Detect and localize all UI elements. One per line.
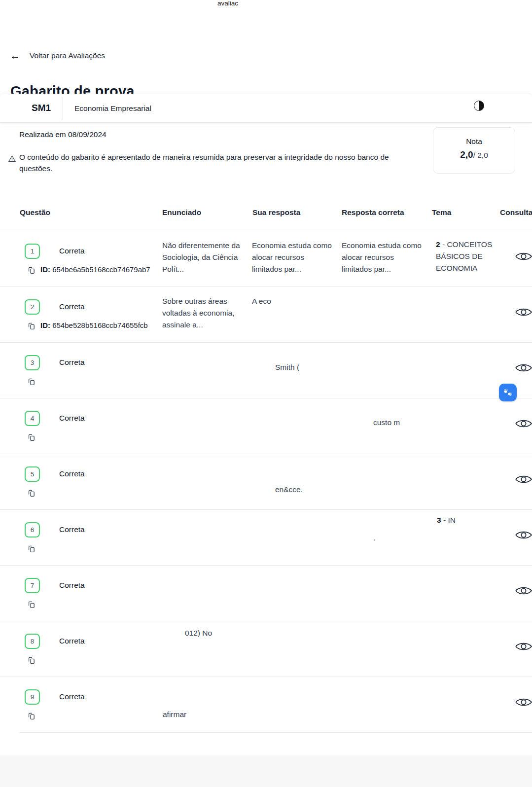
exam-date: Realizada em 08/09/2024 — [19, 130, 106, 139]
status-label: Correta — [59, 525, 85, 534]
status-label: Correta — [59, 302, 85, 311]
view-question-eye-icon[interactable] — [515, 585, 532, 596]
enunciado-cell: Sobre outras áreas voltadas à economia, … — [162, 295, 247, 331]
exam-subject: Economia Empresarial — [74, 104, 151, 113]
question-id: ID: 654be528b5168ccb74655fcb — [40, 321, 148, 329]
your-answer-cell: Smith ( — [275, 361, 299, 373]
score-value: 2,0/ 2,0 — [433, 149, 515, 160]
table-row: 3 Correta Smith ( — [0, 342, 532, 398]
back-link-label: Voltar para Avaliações — [30, 51, 105, 60]
status-label: Correta — [59, 637, 85, 645]
column-header-enunciado: Enunciado — [162, 208, 201, 217]
print-header-text: avaliac — [217, 0, 238, 7]
score-card: Nota 2,0/ 2,0 — [433, 127, 515, 174]
theme-toggle-half-circle-icon[interactable] — [474, 101, 484, 111]
column-header-tema: Tema — [432, 208, 451, 217]
view-question-eye-icon[interactable] — [515, 641, 532, 652]
copy-id-icon[interactable] — [27, 712, 36, 720]
copy-id-icon[interactable] — [27, 266, 36, 275]
column-header-resposta-correta: Resposta correta — [342, 208, 404, 217]
status-label: Correta — [59, 414, 85, 423]
enunciado-cell: Não diferentemente da Sociologia, da Ciê… — [162, 240, 247, 275]
your-answer-cell: en&cce. — [275, 484, 303, 496]
copy-id-icon[interactable] — [27, 377, 36, 386]
question-number-badge: 9 — [25, 689, 40, 705]
exam-sticky-bar: SM1 Economia Empresarial — [0, 94, 532, 123]
table-bottom-border — [19, 732, 532, 733]
status-label: Correta — [59, 581, 85, 590]
footer-band — [0, 755, 532, 787]
question-id: ID: 654be6a5b5168ccb74679ab7 — [40, 265, 150, 274]
table-row: 2 Correta ID: 654be528b5168ccb74655fcb S… — [0, 286, 532, 343]
view-question-eye-icon[interactable] — [515, 530, 532, 540]
copy-id-icon[interactable] — [27, 433, 36, 442]
column-header-questao: Questão — [20, 208, 50, 217]
status-label: Correta — [59, 358, 85, 367]
view-question-eye-icon[interactable] — [515, 697, 532, 708]
topic-cell: 2 - CONCEITOS BÁSICOS DE ECONOMIA — [436, 239, 496, 274]
score-obtained: 2,0 — [460, 149, 473, 160]
copy-id-icon[interactable] — [27, 656, 36, 665]
table-row: 9 Correta afirmar — [0, 677, 532, 733]
view-question-eye-icon[interactable] — [515, 362, 532, 373]
divider — [63, 97, 63, 120]
sign-language-hands-icon — [502, 386, 514, 399]
warning-triangle-icon — [8, 155, 16, 165]
accessibility-widget-button[interactable] — [499, 384, 517, 401]
score-label: Nota — [433, 137, 515, 146]
warning-line-2: questões. — [19, 163, 421, 174]
gabarito-warning-text: O conteúdo do gabarito é apresentado de … — [19, 151, 421, 174]
question-number-badge: 7 — [25, 578, 40, 593]
status-label: Correta — [59, 469, 85, 478]
table-row: 4 Correta custo m — [0, 398, 532, 454]
view-question-eye-icon[interactable] — [515, 307, 532, 318]
warning-line-1: O conteúdo do gabarito é apresentado de … — [19, 151, 421, 163]
your-answer-cell: Economia estuda como alocar recursos lim… — [252, 240, 337, 275]
table-row: 5 Correta en&cce. — [0, 454, 532, 510]
question-number-badge: 4 — [25, 411, 40, 426]
table-row: 7 Correta — [0, 565, 532, 621]
arrow-left-icon: ← — [10, 51, 20, 61]
enunciado-cell: afirmar — [163, 709, 186, 720]
back-link[interactable]: ← Voltar para Avaliações — [10, 51, 105, 61]
enunciado-cell: 012) No — [185, 627, 212, 639]
your-answer-cell: A eco — [252, 295, 337, 307]
question-number-badge: 8 — [25, 634, 40, 649]
column-header-consultar: Consultar — [500, 208, 532, 217]
copy-id-icon[interactable] — [27, 489, 36, 498]
table-row: 8 Correta 012) No — [0, 621, 532, 677]
column-header-sua-resposta: Sua resposta — [252, 208, 300, 217]
view-question-eye-icon[interactable] — [515, 474, 532, 485]
status-label: Correta — [59, 692, 85, 701]
copy-id-icon[interactable] — [27, 322, 36, 330]
topic-cell: 3 - IN — [437, 514, 497, 526]
correct-answer-cell: . — [373, 532, 375, 544]
question-number-badge: 1 — [25, 244, 40, 259]
correct-answer-cell: custo m — [373, 417, 400, 429]
question-number-badge: 2 — [25, 299, 40, 315]
question-number-badge: 6 — [25, 522, 40, 537]
exam-code: SM1 — [32, 103, 51, 113]
table-row: 6 Correta . 3 - IN — [0, 509, 532, 566]
copy-id-icon[interactable] — [27, 544, 36, 553]
view-question-eye-icon[interactable] — [515, 418, 532, 429]
copy-id-icon[interactable] — [27, 600, 36, 609]
question-number-badge: 5 — [25, 466, 40, 482]
table-row: 1 Correta ID: 654be6a5b5168ccb74679ab7 N… — [0, 231, 532, 287]
status-label: Correta — [59, 247, 85, 255]
question-number-badge: 3 — [25, 355, 40, 370]
view-question-eye-icon[interactable] — [515, 251, 532, 262]
score-total: / 2,0 — [473, 151, 488, 159]
correct-answer-cell: Economia estuda como alocar recursos lim… — [342, 240, 426, 275]
